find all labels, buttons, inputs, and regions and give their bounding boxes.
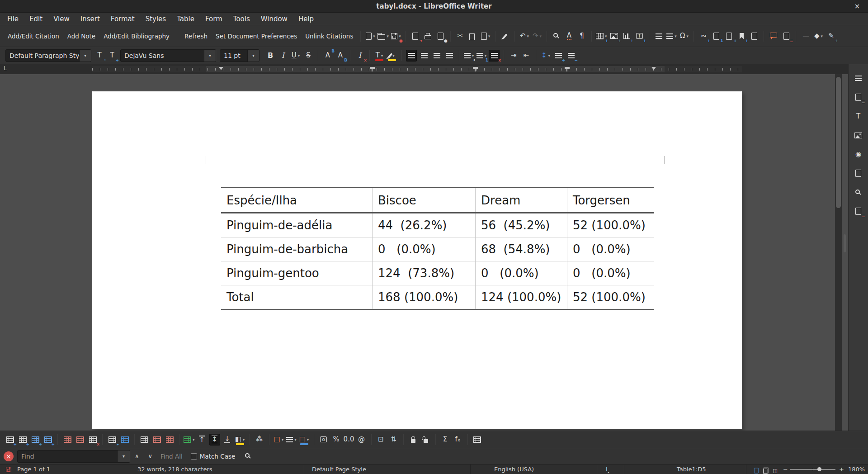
insert-row-above-icon[interactable]: + (5, 434, 15, 446)
page-number-status[interactable]: Page 1 of 1 (17, 465, 50, 474)
insert-comment-icon[interactable] (768, 30, 779, 42)
export-pdf-icon[interactable]: ▾ (410, 30, 421, 42)
align-left-icon[interactable] (406, 50, 417, 62)
autoformat-icon[interactable]: ⁂ (254, 434, 265, 446)
properties-icon[interactable]: ≡ (853, 91, 864, 103)
unlink-citations-button[interactable]: Unlink Citations (301, 30, 357, 43)
subscript-icon[interactable]: AB (335, 50, 346, 62)
language-status[interactable]: English (USA) (494, 465, 534, 474)
menu-view[interactable]: View (48, 13, 75, 25)
style-inspector-icon[interactable] (853, 186, 864, 198)
insert-hyperlink-icon[interactable]: ∾+ (698, 30, 709, 42)
table-cell[interactable]: 0 (0.0%) (567, 261, 654, 285)
formula-icon[interactable]: fₓ (453, 434, 463, 446)
auto-spellcheck-icon[interactable]: A (564, 30, 575, 42)
set-document-preferences-button[interactable]: Set Document Preferences (212, 30, 301, 43)
font-name-combobox[interactable]: DejaVu Sans ▾ (120, 49, 216, 62)
vertical-scrollbar[interactable] (835, 74, 842, 431)
manage-changes-icon[interactable]: ≡ (853, 205, 864, 217)
table-cell[interactable]: 124 (100.0%) (475, 285, 567, 309)
insert-bookmark-icon[interactable]: + (736, 30, 747, 42)
table-cell[interactable]: 0 (0.0%) (567, 237, 654, 261)
unordered-list-icon[interactable]: •▾ (463, 50, 474, 62)
clone-formatting-icon[interactable] (500, 30, 510, 42)
decrease-paragraph-spacing-icon[interactable]: − (566, 50, 576, 62)
table-cell[interactable]: 68 (54.8%) (475, 237, 567, 261)
menu-tools[interactable]: Tools (228, 13, 255, 25)
zoom-slider-thumb[interactable] (817, 467, 821, 471)
table-cell[interactable]: Pinguim-de-adélia (221, 213, 372, 237)
decrease-indent-icon[interactable]: ⇤ (521, 50, 532, 62)
table-cell[interactable]: Pinguim-de-barbicha (221, 237, 372, 261)
delete-table-icon[interactable]: x (87, 434, 98, 446)
insert-field-icon[interactable]: ▾ (666, 30, 677, 42)
font-color-icon[interactable]: T▾ (374, 50, 385, 62)
increase-paragraph-spacing-icon[interactable]: + (553, 50, 564, 62)
insert-table-icon[interactable]: +▾ (596, 30, 607, 42)
match-case-checkbox[interactable] (191, 453, 197, 460)
table-cell[interactable]: Biscoe (372, 188, 475, 212)
insert-column-before-icon[interactable]: + (30, 434, 41, 446)
delete-row-icon[interactable] (62, 434, 73, 446)
insert-mode-status[interactable]: I˼ (606, 465, 609, 474)
select-cell-icon[interactable]: ▸ (107, 434, 118, 446)
menu-file[interactable]: File (2, 13, 24, 25)
superscript-icon[interactable]: AB (322, 50, 333, 62)
table-cell[interactable]: 52 (100.0%) (567, 285, 654, 309)
zoom-slider[interactable] (790, 469, 835, 470)
font-name-dropdown-icon[interactable]: ▾ (204, 49, 216, 62)
number-format-decimal-icon[interactable]: 0.0 (344, 434, 354, 446)
menu-table[interactable]: Table (171, 13, 200, 25)
table-cell[interactable]: Total (221, 285, 372, 309)
justified-icon[interactable] (444, 50, 455, 62)
menu-insert[interactable]: Insert (75, 13, 105, 25)
zoom-out-icon[interactable]: − (783, 465, 788, 474)
word-count-status[interactable]: 32 words, 218 characters (137, 465, 212, 474)
line-spacing-icon[interactable]: ↕▾ (540, 50, 551, 62)
table-cell[interactable]: 52 (100.0%) (567, 213, 654, 237)
align-bottom-icon[interactable]: ↓ (222, 434, 233, 446)
sum-icon[interactable]: Σ (440, 434, 451, 446)
add-note-button[interactable]: Add Note (63, 30, 99, 43)
menu-styles[interactable]: Styles (140, 13, 172, 25)
table-cell[interactable]: 0 (0.0%) (372, 237, 475, 261)
page-icon[interactable] (853, 167, 864, 179)
table-cell[interactable]: Espécie/Ilha (221, 188, 372, 212)
show-draw-functions-icon[interactable]: ✎+ (826, 30, 836, 42)
split-table-icon[interactable] (164, 434, 175, 446)
save-icon[interactable]: ●▾ (391, 30, 401, 42)
table-cell[interactable]: Torgersen (567, 188, 654, 212)
protect-cells-icon[interactable] (408, 434, 419, 446)
number-format-percent-icon[interactable]: % (331, 434, 342, 446)
increase-indent-icon[interactable]: ⇥ (508, 50, 519, 62)
gallery-icon[interactable] (853, 129, 864, 141)
zoom-in-icon[interactable]: + (839, 465, 844, 474)
paste-icon[interactable]: ▾ (480, 30, 491, 42)
table-cell-status[interactable]: Table1:D5 (677, 465, 706, 474)
new-document-icon[interactable]: ▾ (365, 30, 376, 42)
ruler-column-marker[interactable] (370, 67, 375, 69)
table-cell[interactable]: 168 (100.0%) (372, 285, 475, 309)
align-right-icon[interactable] (431, 50, 442, 62)
navigator-icon[interactable]: ◉ (853, 148, 864, 160)
horizontal-line-icon[interactable]: — (800, 30, 811, 42)
menu-help[interactable]: Help (293, 13, 319, 25)
indent-marker[interactable] (651, 67, 656, 70)
find-next-icon[interactable]: ∨ (144, 453, 157, 460)
new-style-icon[interactable]: T+ (107, 50, 118, 62)
number-format-icon[interactable]: o (318, 434, 329, 446)
menu-window[interactable]: Window (255, 13, 293, 25)
table-cell[interactable]: Pinguim-gentoo (221, 261, 372, 285)
insert-column-after-icon[interactable]: + (42, 434, 53, 446)
close-find-bar-icon[interactable]: × (4, 451, 14, 461)
update-style-icon[interactable]: T◦ (94, 50, 105, 62)
menu-form[interactable]: Form (200, 13, 228, 25)
table-properties-icon[interactable] (472, 434, 483, 446)
menu-edit[interactable]: Edit (24, 13, 48, 25)
sort-icon[interactable]: ⇅ (388, 434, 399, 446)
document-page[interactable]: Espécie/Ilha Biscoe Dream Torgersen Ping… (92, 91, 742, 429)
sidebar-settings-icon[interactable] (853, 72, 864, 84)
align-top-icon[interactable]: ↑ (197, 434, 208, 446)
center-vertically-icon[interactable]: ↕ (209, 434, 220, 446)
multiple-page-view-icon[interactable] (762, 466, 770, 474)
